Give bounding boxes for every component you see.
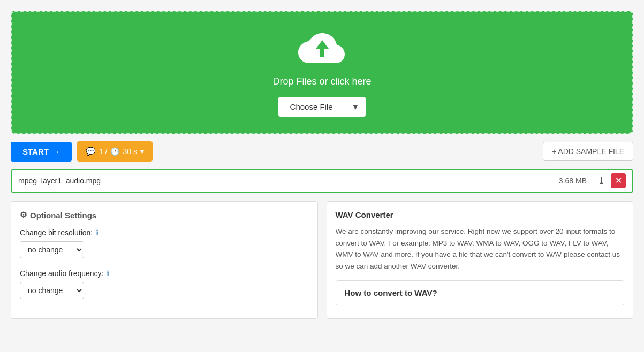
settings-title-label: Optional Settings [30,211,96,220]
queue-count: 1 / [99,147,108,156]
drop-zone[interactable]: Drop Files or click here Choose File ▼ [11,11,633,134]
settings-panel: ⚙ Optional Settings Change bit resolutio… [11,201,318,319]
file-download-icon[interactable]: ⤓ [597,175,605,187]
drop-text: Drop Files or click here [272,76,371,87]
file-remove-button[interactable]: ✕ [611,173,626,188]
queue-time: 30 s [123,147,137,156]
toolbar: START → 💬 1 / 🕐 30 s ▾ + ADD SAMPLE FILE [11,141,633,162]
queue-icon: 💬 [86,147,96,156]
audio-frequency-info-icon[interactable]: ℹ [107,269,109,278]
choose-file-group[interactable]: Choose File ▼ [278,97,366,117]
upload-cloud-icon [298,28,346,68]
faq-section: How to convert to WAV? [336,280,625,305]
bit-resolution-field: Change bit resolution: ℹ no change 8 bit… [20,228,309,258]
gear-icon: ⚙ [20,210,27,220]
file-row: mpeg_layer1_audio.mpg 3.68 MB ⤓ ✕ [11,169,633,193]
choose-file-button[interactable]: Choose File [278,97,345,117]
two-column-section: ⚙ Optional Settings Change bit resolutio… [11,201,633,319]
start-arrow-icon: → [52,147,60,156]
queue-button[interactable]: 💬 1 / 🕐 30 s ▾ [77,141,153,162]
audio-frequency-select[interactable]: no change 8000 Hz 11025 Hz 16000 Hz 2205… [20,282,84,299]
bit-resolution-info-icon[interactable]: ℹ [96,228,99,237]
audio-frequency-label: Change audio frequency: ℹ [20,269,309,278]
queue-dropdown-icon: ▾ [140,147,144,156]
bit-resolution-label: Change bit resolution: ℹ [20,228,309,237]
audio-frequency-text: Change audio frequency: [20,269,103,278]
settings-title: ⚙ Optional Settings [20,210,309,220]
faq-title: How to convert to WAV? [345,288,616,297]
queue-time-icon: 🕐 [110,147,119,156]
info-panel-title: WAV Converter [336,210,625,219]
info-panel: WAV Converter We are constantly improvin… [327,201,634,319]
bit-resolution-select[interactable]: no change 8 bit 16 bit 24 bit 32 bit [20,241,84,258]
info-panel-text: We are constantly improving our service.… [336,226,625,272]
start-button[interactable]: START → [11,142,72,162]
choose-file-dropdown-button[interactable]: ▼ [345,97,366,117]
file-name: mpeg_layer1_audio.mpg [18,177,554,185]
audio-frequency-field: Change audio frequency: ℹ no change 8000… [20,269,309,299]
start-label: START [22,147,49,156]
add-sample-file-button[interactable]: + ADD SAMPLE FILE [543,142,633,161]
file-size: 3.68 MB [559,177,587,185]
bit-resolution-text: Change bit resolution: [20,228,93,237]
